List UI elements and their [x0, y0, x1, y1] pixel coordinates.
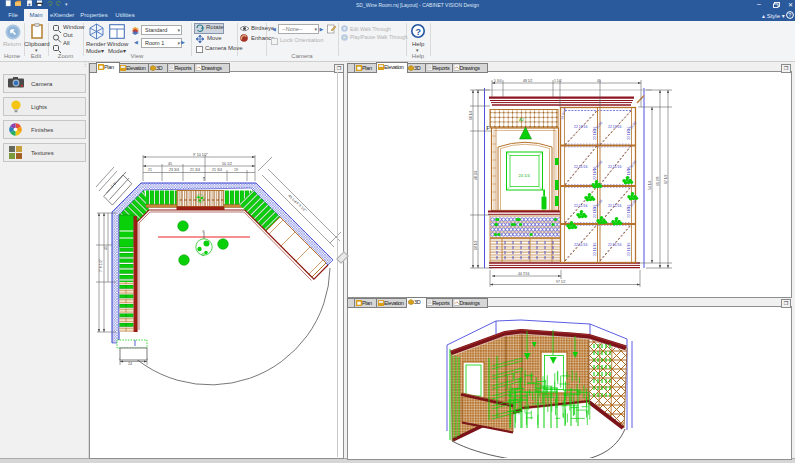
- svg-text:▾: ▾: [65, 1, 68, 7]
- svg-text:24: 24: [128, 362, 132, 366]
- svg-text:9' 10 1/2": 9' 10 1/2": [193, 153, 209, 157]
- svg-text:18 1/2: 18 1/2: [474, 240, 478, 250]
- svg-text:61 7/8: 61 7/8: [656, 176, 660, 186]
- svg-text:7' 6 1/2": 7' 6 1/2": [99, 258, 103, 272]
- svg-text:22 11/16: 22 11/16: [608, 165, 621, 169]
- svg-text:22 11/16: 22 11/16: [593, 167, 597, 180]
- svg-text:F: F: [487, 126, 490, 131]
- svg-text:45: 45: [597, 79, 601, 83]
- svg-text:22 11/16: 22 11/16: [608, 125, 621, 129]
- svg-text:48 1/2: 48 1/2: [523, 79, 533, 83]
- svg-text:45: 45: [104, 246, 108, 250]
- svg-text:22 11/16: 22 11/16: [593, 205, 597, 218]
- svg-text:54 1/4: 54 1/4: [648, 180, 652, 190]
- svg-text:45: 45: [168, 162, 172, 166]
- svg-text:22 11/16: 22 11/16: [574, 165, 587, 169]
- svg-text:22 11/16: 22 11/16: [574, 125, 587, 129]
- svg-text:45 1/4: 45 1/4: [287, 194, 297, 204]
- svg-text:19: 19: [234, 168, 238, 172]
- svg-text:22 11/16: 22 11/16: [608, 243, 621, 247]
- svg-text:22 11/16: 22 11/16: [574, 204, 587, 208]
- svg-text:97 1/2: 97 1/2: [664, 174, 668, 184]
- svg-text:22 11/16: 22 11/16: [593, 243, 597, 256]
- svg-text:21: 21: [148, 168, 152, 172]
- svg-text:A2: A2: [519, 117, 525, 122]
- svg-text:22 11/16: 22 11/16: [627, 243, 631, 256]
- svg-text:23 3/4: 23 3/4: [169, 168, 179, 172]
- svg-text:44 7/16: 44 7/16: [518, 272, 529, 276]
- svg-text:97 1/2: 97 1/2: [556, 280, 566, 284]
- svg-text:?: ?: [416, 27, 422, 37]
- svg-text:50 1/2: 50 1/2: [222, 162, 232, 166]
- svg-text:22 11/16: 22 11/16: [593, 127, 597, 140]
- svg-text:5 3/4: 5 3/4: [494, 79, 502, 83]
- svg-text:6: 6: [203, 230, 205, 234]
- svg-text:40 3/4: 40 3/4: [474, 170, 478, 180]
- svg-text:24 1/4: 24 1/4: [519, 173, 531, 178]
- svg-text:21 3/4: 21 3/4: [190, 168, 200, 172]
- svg-text:1 1/2: 1 1/2: [554, 79, 562, 83]
- svg-text:22 11/16: 22 11/16: [627, 205, 631, 218]
- svg-text:21 3/4: 21 3/4: [212, 168, 222, 172]
- svg-text:22 11/16: 22 11/16: [627, 127, 631, 140]
- svg-text:22 11/16: 22 11/16: [608, 204, 621, 208]
- svg-text:22 11/16: 22 11/16: [574, 243, 587, 247]
- svg-text:10 1/4: 10 1/4: [469, 110, 473, 120]
- svg-text:?: ?: [788, 12, 791, 18]
